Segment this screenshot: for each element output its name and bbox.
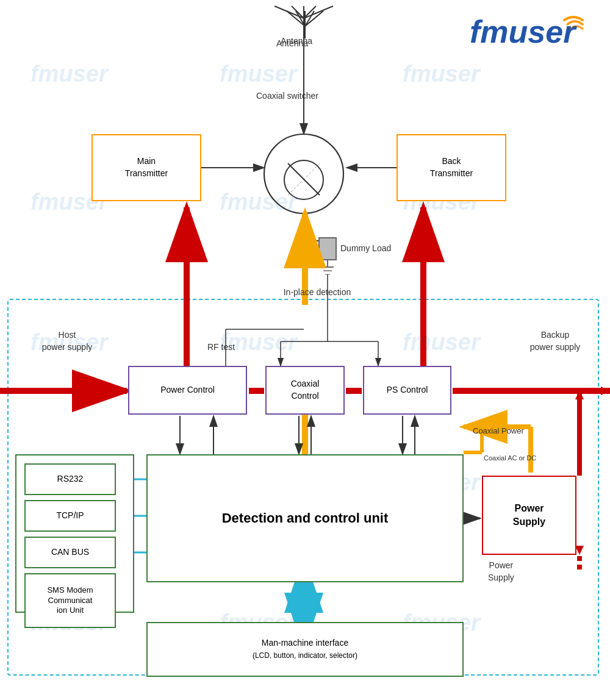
- backup-power-supply-label: Backuppower supply: [512, 329, 598, 353]
- svg-line-15: [288, 163, 320, 195]
- svg-point-14: [284, 160, 323, 199]
- svg-line-16: [288, 163, 320, 195]
- svg-line-67: [305, 11, 314, 26]
- detection-unit-label: Detection and control unit: [222, 509, 389, 528]
- power-supply-box: PowerSupply: [482, 476, 576, 555]
- svg-line-64: [287, 11, 305, 26]
- coaxial-switcher-label: Coaxial switcher: [256, 90, 318, 102]
- rf-test-label: RF test: [207, 341, 235, 354]
- antenna-text: Antenna: [276, 38, 308, 50]
- coaxial-power-label: Coaxial Power: [473, 426, 524, 437]
- man-machine-box: Man-machine interface(LCD, button, indic…: [146, 622, 464, 677]
- main-transmitter-box: MainTransmitter: [92, 134, 201, 201]
- in-place-detection-label: In-place detection: [268, 287, 366, 299]
- sms-modem-label: SMS ModemCommunication Unit: [47, 585, 93, 616]
- diagram-container: fmuser fmuser fmuser fmuser fmuser fmuse…: [0, 0, 610, 700]
- svg-rect-21: [319, 238, 336, 260]
- main-transmitter-label: MainTransmitter: [125, 155, 168, 179]
- rs232-box: RS232: [24, 463, 116, 495]
- back-transmitter-box: BackTransmitter: [396, 134, 506, 201]
- svg-marker-53: [575, 546, 584, 555]
- svg-point-13: [264, 134, 343, 213]
- sms-modem-box: SMS ModemCommunication Unit: [24, 573, 116, 628]
- coaxial-control-box: CoaxialControl: [265, 366, 345, 415]
- svg-marker-40: [601, 387, 610, 395]
- ps-control-box: PS Control: [363, 366, 451, 415]
- coaxial-control-label: CoaxialControl: [291, 378, 320, 402]
- watermark: fmuser: [30, 61, 108, 87]
- tcpip-box: TCP/IP: [24, 500, 116, 532]
- host-power-supply-label: Hostpower supply: [30, 329, 104, 353]
- canbus-box: CAN BUS: [24, 537, 116, 568]
- ps-control-label: PS Control: [387, 384, 428, 396]
- detection-unit-box: Detection and control unit: [146, 454, 464, 582]
- svg-text:fmuser: fmuser: [470, 14, 577, 49]
- antenna-symbol: [274, 5, 336, 41]
- canbus-label: CAN BUS: [51, 546, 89, 559]
- watermark: fmuser: [403, 329, 480, 355]
- svg-marker-52: [575, 390, 584, 399]
- back-transmitter-label: BackTransmitter: [430, 155, 473, 179]
- fmuser-logo: fmuser: [470, 11, 592, 51]
- power-supply-label: PowerSupply: [513, 502, 545, 529]
- watermark: fmuser: [220, 189, 297, 215]
- rs232-label: RS232: [57, 473, 84, 485]
- power-supply-bottom-label: PowerSupply: [488, 560, 514, 584]
- dummy-load-label: Dummy Load: [340, 243, 391, 255]
- power-control-box: Power Control: [128, 366, 247, 415]
- coaxial-ac-dc-label: Coaxial AC or DC: [484, 454, 536, 463]
- svg-line-65: [296, 11, 305, 26]
- svg-line-68: [305, 11, 323, 26]
- watermark: fmuser: [220, 61, 297, 87]
- watermark: fmuser: [403, 61, 480, 87]
- tcpip-label: TCP/IP: [56, 510, 84, 522]
- power-control-label: Power Control: [160, 384, 215, 396]
- man-machine-label: Man-machine interface(LCD, button, indic…: [253, 637, 357, 661]
